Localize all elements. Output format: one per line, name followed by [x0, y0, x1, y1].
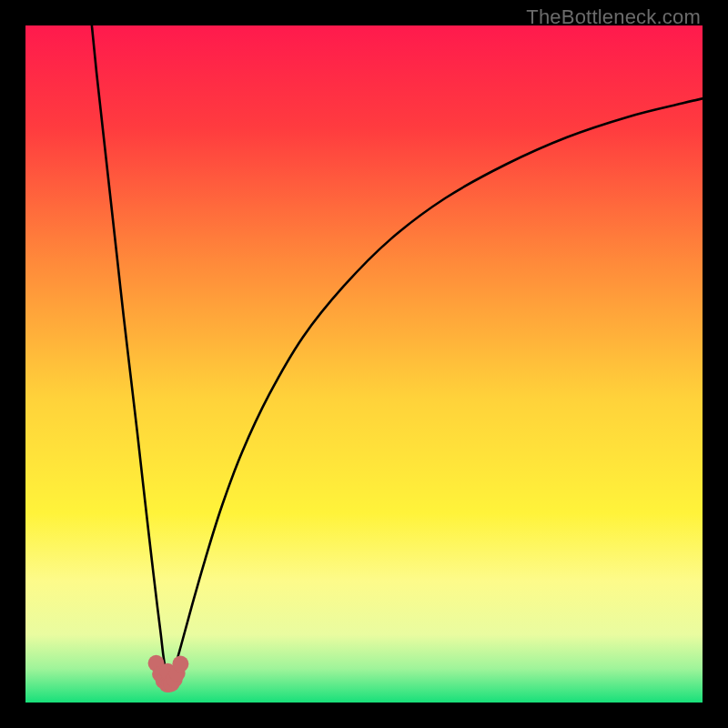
curve-layer — [25, 25, 703, 703]
bottleneck-curve — [92, 25, 703, 682]
chart-frame: TheBottleneck.com — [0, 0, 728, 728]
minimum-marker — [172, 656, 188, 672]
plot-area — [25, 25, 703, 703]
minimum-cluster — [148, 655, 189, 693]
